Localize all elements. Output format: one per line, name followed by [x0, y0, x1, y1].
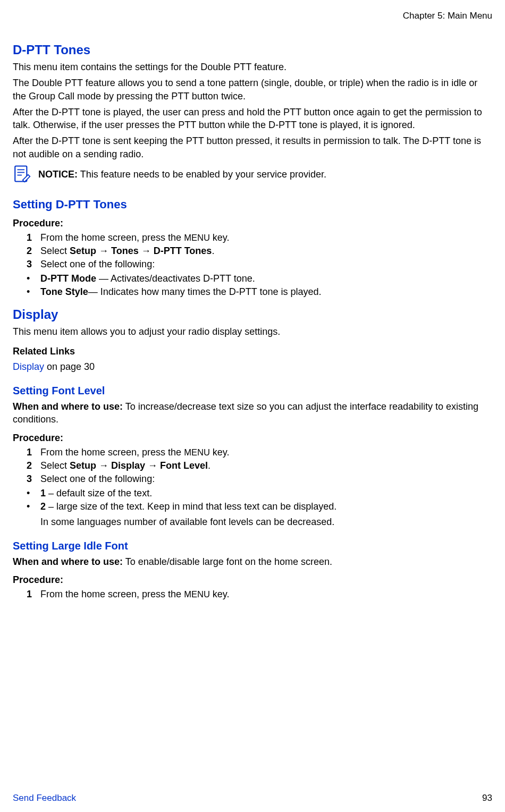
paragraph: This menu item contains the settings for… — [13, 61, 492, 73]
text-run: — Activates/deactivates D-PTT tone. — [96, 273, 255, 284]
step: 1 From the home screen, press the MENU k… — [13, 589, 492, 600]
text-run: key. — [210, 232, 230, 243]
heading-setting-large-idle-font: Setting Large Idle Font — [13, 540, 492, 552]
step-text: Select Setup → Display → Font Level. — [40, 460, 492, 471]
related-links-label: Related Links — [13, 346, 492, 357]
notice-body: This feature needs to be enabled by your… — [78, 169, 326, 180]
list-text: 2 – large size of the text. Keep in mind… — [40, 501, 492, 512]
text-run: From the home screen, press the — [40, 447, 184, 458]
step: 3 Select one of the following: — [13, 259, 492, 270]
step-text: Select one of the following: — [40, 259, 492, 270]
step-text: Select Setup → Tones → D-PTT Tones. — [40, 246, 492, 257]
term: Tone Style — [40, 286, 88, 297]
procedure-steps: 1 From the home screen, press the MENU k… — [13, 232, 492, 270]
when-text: To enable/disable large font on the home… — [123, 556, 332, 567]
paragraph: After the D-PTT tone is played, the user… — [13, 106, 492, 132]
menu-key: MENU — [184, 233, 210, 243]
step-text: From the home screen, press the MENU key… — [40, 447, 492, 458]
term: 2 — [40, 501, 46, 512]
heading-setting-dptt: Setting D-PTT Tones — [13, 198, 492, 212]
text-run: . — [208, 460, 211, 471]
list-item: • 1 – default size of the text. — [27, 488, 492, 499]
heading-display: Display — [13, 307, 492, 322]
procedure-label: Procedure: — [13, 433, 492, 444]
bullet-list: • 1 – default size of the text. • 2 – la… — [27, 488, 492, 512]
bullet-dot: • — [27, 501, 40, 512]
step: 1 From the home screen, press the MENU k… — [13, 232, 492, 243]
bullet-dot: • — [27, 286, 40, 298]
text-run: key. — [210, 447, 230, 458]
page-number: 93 — [482, 793, 492, 803]
step-number: 3 — [27, 259, 40, 270]
bullet-list: • D-PTT Mode — Activates/deactivates D-P… — [27, 273, 492, 298]
step-number: 2 — [27, 460, 40, 471]
text-run: Select — [40, 246, 70, 256]
step: 2 Select Setup → Display → Font Level. — [13, 460, 492, 471]
text-run: — Indicates how many times the D-PTT ton… — [88, 286, 322, 297]
text-run: Select — [40, 460, 70, 471]
bullet-dot: • — [27, 488, 40, 499]
procedure-label: Procedure: — [13, 218, 492, 229]
menu-path: Setup → Tones → D-PTT Tones — [70, 246, 212, 256]
notice-text: NOTICE: This feature needs to be enabled… — [38, 168, 326, 181]
step: 3 Select one of the following: — [13, 473, 492, 485]
list-text: D-PTT Mode — Activates/deactivates D-PTT… — [40, 273, 492, 284]
list-text: Tone Style— Indicates how many times the… — [40, 286, 492, 298]
list-text: 1 – default size of the text. — [40, 488, 492, 499]
list-item: • 2 – large size of the text. Keep in mi… — [27, 501, 492, 512]
paragraph: After the D-PTT tone is sent keeping the… — [13, 134, 492, 160]
list-item: • D-PTT Mode — Activates/deactivates D-P… — [27, 273, 492, 284]
notice-label: NOTICE: — [38, 169, 78, 180]
step: 1 From the home screen, press the MENU k… — [13, 447, 492, 458]
list-item: • Tone Style— Indicates how many times t… — [27, 286, 492, 298]
procedure-label: Procedure: — [13, 574, 492, 586]
notice-row: NOTICE: This feature needs to be enabled… — [13, 165, 492, 184]
text-run: From the home screen, press the — [40, 232, 184, 243]
note: In some languages number of available fo… — [40, 515, 492, 528]
term: D-PTT Mode — [40, 273, 96, 284]
chapter-header: Chapter 5: Main Menu — [13, 11, 492, 21]
step-text: From the home screen, press the MENU key… — [40, 232, 492, 243]
when-label: When and where to use: — [13, 401, 123, 412]
related-link-line: Display on page 30 — [13, 360, 492, 373]
link-display[interactable]: Display — [13, 361, 44, 372]
step-number: 1 — [27, 589, 40, 600]
send-feedback-link[interactable]: Send Feedback — [13, 793, 76, 803]
paragraph: The Double PTT feature allows you to sen… — [13, 77, 492, 103]
procedure-steps: 1 From the home screen, press the MENU k… — [13, 589, 492, 600]
text-run: key. — [210, 589, 230, 599]
step-number: 1 — [27, 447, 40, 458]
notice-icon — [13, 165, 31, 183]
when-label: When and where to use: — [13, 556, 123, 567]
heading-setting-font-level: Setting Font Level — [13, 385, 492, 397]
term: 1 — [40, 488, 46, 498]
step-number: 1 — [27, 232, 40, 243]
heading-dptt-tones: D-PTT Tones — [13, 43, 492, 57]
procedure-steps: 1 From the home screen, press the MENU k… — [13, 447, 492, 485]
step-text: From the home screen, press the MENU key… — [40, 589, 492, 600]
menu-key: MENU — [184, 589, 210, 599]
bullet-dot: • — [27, 273, 40, 284]
menu-key: MENU — [184, 447, 210, 458]
when-where: When and where to use: To enable/disable… — [13, 555, 492, 568]
when-where: When and where to use: To increase/decre… — [13, 400, 492, 426]
page-footer: Send Feedback 93 — [13, 793, 492, 803]
menu-path: Setup → Display → Font Level — [70, 460, 208, 471]
step-number: 2 — [27, 246, 40, 257]
step-number: 3 — [27, 473, 40, 485]
step: 2 Select Setup → Tones → D-PTT Tones. — [13, 246, 492, 257]
text-run: on page 30 — [44, 361, 95, 372]
paragraph: This menu item allows you to adjust your… — [13, 325, 492, 338]
text-run: – large size of the text. Keep in mind t… — [46, 501, 336, 512]
text-run: . — [212, 246, 214, 256]
text-run: – default size of the text. — [46, 488, 152, 498]
step-text: Select one of the following: — [40, 473, 492, 485]
text-run: From the home screen, press the — [40, 589, 184, 599]
